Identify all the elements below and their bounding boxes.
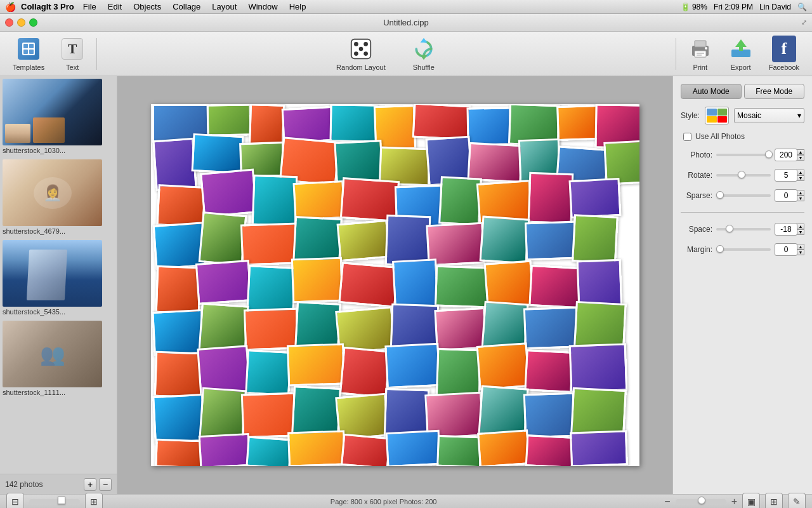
menu-file[interactable]: File [78,0,102,14]
view-btn-detail[interactable]: ⊞ [85,493,103,509]
toolbar-right-group: Print Export f Facebook [681,33,806,75]
add-photo-button[interactable]: + [84,478,96,491]
svg-marker-7 [420,55,427,59]
rotate-value[interactable]: 5 [775,169,797,182]
list-item[interactable]: shutterstock_5435... [3,240,114,317]
left-slider[interactable] [29,499,80,504]
menu-window[interactable]: Window [243,0,282,14]
rotate-slider-track[interactable] [716,174,771,177]
templates-label: Templates [13,64,44,71]
apple-menu[interactable]: 🍎 [5,2,16,12]
sparse-spinner-down[interactable]: ▼ [797,196,804,201]
list-item[interactable]: shutterstock_1030... [3,79,114,156]
sparse-slider-label: Sparse: [681,191,712,200]
mode-buttons: Auto Mode Free Mode [681,84,804,99]
menu-objects[interactable]: Objects [128,0,166,14]
svg-point-3 [359,46,363,51]
export-button[interactable]: Export [722,33,760,75]
svg-rect-9 [695,41,706,47]
rotate-spinner-up[interactable]: ▲ [797,170,804,175]
titlebar: Untitled.cipp ⤢ [0,14,812,32]
zoom-minus-icon[interactable]: − [664,496,670,507]
expand-icon[interactable]: ⤢ [801,18,807,27]
close-button[interactable] [5,18,13,27]
search-icon[interactable]: 🔍 [797,3,807,11]
sparse-value[interactable]: 0 [775,189,797,202]
maximize-button[interactable] [29,18,37,27]
sparse-slider-track[interactable] [716,194,771,197]
margin-spinner-down[interactable]: ▼ [797,250,804,255]
photo-label: shutterstock_1030... [3,145,114,156]
collage-canvas[interactable] [151,104,639,466]
left-panel-footer: 142 photos + − [0,474,117,494]
photo-value[interactable]: 200 [775,149,797,161]
facebook-button[interactable]: f Facebook [763,33,806,75]
svg-point-13 [705,47,707,50]
space-value[interactable]: -18 [775,223,797,236]
shuffle-label: Shuffle [413,64,435,71]
list-item[interactable]: 👥 shutterstock_1111... [3,321,114,398]
window-controls [5,18,37,27]
main-area: shutterstock_1030... 👩‍💼 shutterstock_46… [0,76,812,494]
zoom-plus-icon[interactable]: + [731,496,737,507]
style-dropdown[interactable]: Mosaic ▾ [734,108,804,123]
print-label: Print [693,64,707,71]
remove-photo-button[interactable]: − [99,478,112,491]
list-item[interactable]: 👩‍💼 shutterstock_4679... [3,159,114,236]
view-btn-grid[interactable]: ⊟ [6,493,24,509]
view-btn-1[interactable]: ▣ [742,493,760,509]
menu-collage[interactable]: Collage [167,0,206,14]
facebook-label: Facebook [769,64,799,71]
sparse-spinner-up[interactable]: ▲ [797,190,804,196]
view-btn-2[interactable]: ⊞ [765,493,783,509]
templates-button[interactable]: Templates [6,33,51,75]
auto-mode-button[interactable]: Auto Mode [681,84,742,99]
style-row: Style: Mosaic ▾ [681,107,804,124]
templates-icon [16,37,41,61]
shuffle-button[interactable]: Shuffle [405,33,443,75]
page-info: Page: 800 x 600 pixel Photos: 200 [331,498,437,505]
menu-help[interactable]: Help [284,0,311,14]
text-button[interactable]: T Text [53,33,91,75]
photo-slider-label: Photo: [681,150,712,159]
photo-list: shutterstock_1030... 👩‍💼 shutterstock_46… [0,76,117,474]
right-panel: Auto Mode Free Mode Style: Mosaic ▾ Use … [672,76,812,494]
toolbar-separator-2 [676,38,676,70]
random-layout-button[interactable]: Random Layout [330,33,392,75]
print-button[interactable]: Print [681,33,719,75]
footer-buttons: + − [84,478,112,491]
photo-label: shutterstock_5435... [3,307,114,317]
export-label: Export [731,64,751,71]
menu-layout[interactable]: Layout [207,0,242,14]
clock: Fri 2:09 PM [714,3,753,11]
free-mode-button[interactable]: Free Mode [744,84,805,99]
minimize-button[interactable] [17,18,25,27]
app-name: CollagIt 3 Pro [21,2,74,11]
space-spinner-down[interactable]: ▼ [797,229,804,235]
margin-slider-track[interactable] [716,248,771,251]
photo-label: shutterstock_4679... [3,226,114,236]
space-spinner-up[interactable]: ▲ [797,224,804,229]
export-icon [729,37,753,61]
photo-spinner-up[interactable]: ▲ [797,149,804,155]
view-btn-3[interactable]: ✎ [788,493,806,509]
window-title: Untitled.cipp [383,18,429,27]
margin-spinner-up[interactable]: ▲ [797,244,804,250]
photo-thumbnail [3,240,102,307]
photo-slider-track[interactable] [716,154,771,156]
svg-point-5 [363,51,368,56]
rotate-spinner-down[interactable]: ▼ [797,175,804,181]
margin-value[interactable]: 0 [775,243,797,256]
photo-spinner-down[interactable]: ▼ [797,155,804,161]
use-all-photos-checkbox[interactable] [683,133,691,141]
svg-rect-16 [739,46,743,51]
svg-point-4 [354,51,358,56]
zoom-slider[interactable] [676,499,726,504]
space-slider-track[interactable] [716,228,771,231]
svg-rect-11 [697,53,704,54]
use-all-photos-label: Use All Photos [695,132,745,141]
menu-edit[interactable]: Edit [103,0,127,14]
statusbar: ⊟ ⊞ Page: 800 x 600 pixel Photos: 200 − … [0,494,812,508]
toolbar-left-group: Templates T Text [6,33,91,75]
svg-marker-6 [420,37,427,42]
